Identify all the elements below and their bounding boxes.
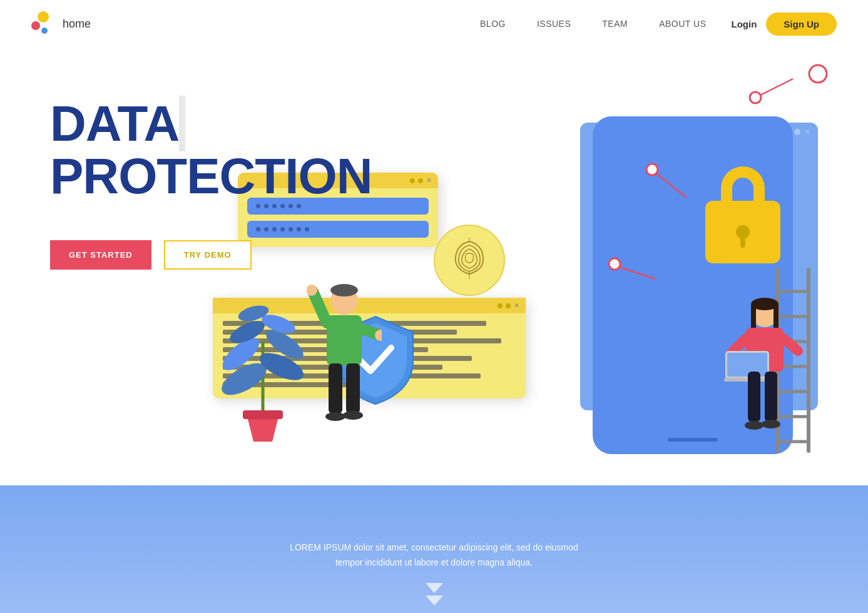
svg-point-1 bbox=[750, 92, 761, 103]
svg-point-20 bbox=[330, 284, 358, 296]
hero-buttons: GET STARTED TRY DEMO bbox=[50, 240, 372, 270]
folder-dot1 bbox=[498, 303, 503, 308]
svg-point-28 bbox=[325, 412, 345, 421]
try-demo-button[interactable]: TRY DEMO bbox=[164, 240, 252, 270]
svg-rect-10 bbox=[243, 410, 283, 419]
dot-blue bbox=[41, 28, 48, 34]
dot-red bbox=[31, 21, 40, 30]
svg-rect-38 bbox=[727, 353, 767, 377]
main-nav: BLOG ISSUES TEAM ABOUT US bbox=[480, 19, 706, 29]
logo-icon bbox=[31, 11, 56, 36]
scroll-arrow-1 bbox=[426, 583, 443, 593]
scroll-arrow-2 bbox=[426, 595, 443, 605]
nav-team[interactable]: TEAM bbox=[602, 19, 628, 29]
hero-title: DATA PROTECTION bbox=[50, 98, 372, 203]
wbar-dot1 bbox=[410, 178, 415, 183]
nav-blog[interactable]: BLOG bbox=[480, 19, 506, 29]
hero-section: DATA PROTECTION GET STARTED TRY DEMO ✕ bbox=[0, 48, 868, 485]
get-started-button[interactable]: GET STARTED bbox=[50, 240, 151, 270]
lock-shackle bbox=[721, 166, 765, 204]
svg-line-22 bbox=[313, 291, 327, 323]
svg-point-2 bbox=[809, 65, 827, 83]
lock-keyhole bbox=[736, 225, 750, 239]
svg-point-7 bbox=[434, 225, 504, 295]
svg-rect-27 bbox=[346, 363, 360, 413]
header: home BLOG ISSUES TEAM ABOUT US Login Sig… bbox=[0, 0, 868, 48]
folder-dot2 bbox=[506, 303, 511, 308]
svg-line-0 bbox=[755, 79, 793, 98]
svg-rect-40 bbox=[748, 372, 760, 422]
nav-issues[interactable]: ISSUES bbox=[537, 19, 571, 29]
lock-body bbox=[705, 201, 780, 263]
signup-button[interactable]: Sign Up bbox=[766, 13, 837, 36]
svg-line-36 bbox=[784, 338, 798, 351]
logo[interactable]: home bbox=[31, 11, 91, 36]
win-maximize bbox=[794, 129, 800, 135]
svg-point-29 bbox=[343, 411, 363, 420]
title-line1: DATA bbox=[50, 98, 372, 150]
hero-text-block: DATA PROTECTION GET STARTED TRY DEMO bbox=[50, 98, 372, 270]
svg-point-43 bbox=[762, 420, 780, 428]
logo-text: home bbox=[63, 18, 91, 31]
dot-yellow bbox=[38, 11, 49, 23]
bottom-section: LOREM IPSUM dolor sit amet, consectetur … bbox=[0, 485, 868, 613]
fingerprint-icon bbox=[432, 223, 507, 298]
folder-close: ✕ bbox=[514, 301, 519, 310]
character-woman bbox=[724, 291, 805, 454]
scroll-arrows[interactable] bbox=[426, 583, 443, 605]
svg-rect-26 bbox=[329, 363, 342, 413]
plant-decoration bbox=[213, 279, 313, 454]
wbar-dot2 bbox=[418, 178, 423, 183]
svg-point-42 bbox=[745, 421, 763, 430]
svg-rect-41 bbox=[765, 372, 777, 422]
login-button[interactable]: Login bbox=[732, 19, 757, 29]
character-man bbox=[307, 279, 382, 454]
wbar-close: ✕ bbox=[426, 176, 432, 185]
title-highlight bbox=[179, 96, 185, 151]
bottom-paragraph: LOREM IPSUM dolor sit amet, consectetur … bbox=[278, 540, 591, 570]
title-line2: PROTECTION bbox=[50, 150, 372, 203]
nav-about[interactable]: ABOUT US bbox=[659, 19, 706, 29]
